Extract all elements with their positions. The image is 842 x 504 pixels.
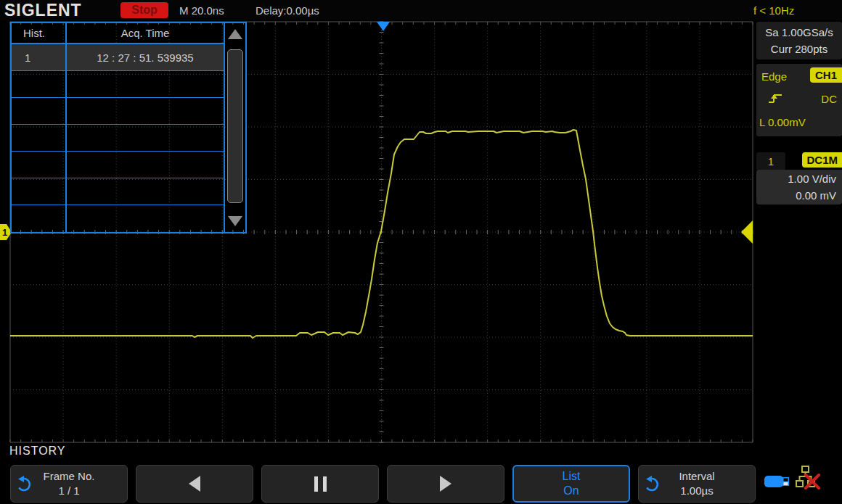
trigger-level-readout: L 0.00mV: [759, 116, 806, 128]
channel-coupling-badge: DC1M: [802, 152, 842, 168]
siglent-logo: SIGLENT: [4, 1, 82, 20]
cell-hist: [12, 71, 67, 97]
play-backward-icon: [189, 476, 200, 492]
list-button-label: List: [563, 469, 581, 484]
history-table-header: Hist. Acq. Time: [12, 23, 224, 44]
delay-readout: Delay:0.00µs: [256, 4, 319, 17]
cell-hist: [12, 178, 67, 205]
frame-number-button[interactable]: Frame No. 1 / 1: [10, 465, 128, 503]
frame-button-label: Frame No.: [44, 469, 95, 484]
oscilloscope-screen: SIGLENT Stop M 20.0ns Delay:0.00µs f < 1…: [0, 0, 842, 504]
channel-offset: 0.00 mV: [756, 187, 836, 204]
column-header-hist: Hist.: [12, 23, 67, 43]
lan-disconnected-icon: [796, 465, 825, 489]
rising-edge-icon: [767, 91, 784, 106]
history-table-row[interactable]: [12, 125, 224, 152]
top-status-bar: SIGLENT Stop M 20.0ns Delay:0.00µs f < 1…: [0, 0, 842, 20]
timebase-readout: M 20.0ns: [179, 4, 224, 17]
cell-hist: [12, 152, 67, 178]
channel1-marker-label: 1: [2, 227, 7, 238]
cell-hist: [12, 125, 67, 151]
pause-icon: [314, 476, 327, 492]
scrollbar-thumb[interactable]: [227, 49, 243, 203]
play-forward-icon: [440, 476, 451, 492]
usb-device-icon: [764, 474, 793, 489]
cell-hist: [12, 205, 67, 232]
rotate-knob-icon: [643, 476, 661, 493]
trigger-position-marker[interactable]: [377, 22, 390, 31]
trigger-info-box[interactable]: Edge CH1 DC L 0.00mV: [756, 64, 842, 136]
history-table-row[interactable]: [12, 71, 224, 98]
run-stop-status[interactable]: Stop: [120, 2, 168, 18]
cell-acq-time: [67, 205, 224, 232]
history-table-row[interactable]: [12, 98, 224, 125]
cell-acq-time: [67, 152, 224, 178]
cell-acq-time: [67, 125, 224, 151]
column-header-acq-time: Acq. Time: [67, 23, 224, 43]
history-table-row[interactable]: [12, 178, 224, 205]
play-forward-button[interactable]: [387, 465, 504, 503]
rotate-knob-icon: [15, 476, 33, 493]
play-backward-button[interactable]: [136, 465, 253, 503]
interval-button[interactable]: Interval 1.00µs: [638, 465, 756, 503]
trigger-type: Edge: [761, 70, 787, 83]
history-table-row[interactable]: [12, 205, 224, 232]
io-status-icons: [764, 464, 825, 492]
scroll-up-icon[interactable]: [228, 29, 242, 39]
pause-button[interactable]: [261, 465, 379, 503]
channel-number-badge: 1: [756, 152, 785, 170]
cell-hist: 1: [12, 44, 67, 70]
scroll-down-icon[interactable]: [228, 216, 242, 226]
sample-rate: Sa 1.00GSa/s: [756, 24, 842, 41]
menu-title: HISTORY: [9, 445, 66, 458]
history-table-row[interactable]: [12, 152, 224, 178]
frequency-counter: f < 10Hz: [753, 4, 794, 17]
history-list-table: Hist. Acq. Time 112 : 27 : 51. 539935: [10, 22, 247, 234]
interval-button-value: 1.00µs: [679, 484, 714, 498]
channel-scale: 1.00 V/div: [756, 170, 836, 187]
interval-button-label: Interval: [679, 469, 714, 484]
acquisition-info-box: Sa 1.00GSa/s Curr 280pts: [756, 22, 842, 59]
table-scrollbar[interactable]: [224, 23, 245, 232]
cell-acq-time: 12 : 27 : 51. 539935: [67, 44, 224, 70]
cell-acq-time: [67, 71, 224, 97]
cell-acq-time: [67, 178, 224, 205]
channel1-info-box[interactable]: 1 DC1M 1.00 V/div 0.00 mV: [756, 152, 842, 205]
memory-points: Curr 280pts: [756, 41, 842, 57]
list-button-state: On: [563, 484, 581, 498]
frame-button-value: 1 / 1: [44, 484, 95, 498]
trigger-source-badge: CH1: [810, 67, 842, 83]
trigger-level-marker[interactable]: [741, 220, 753, 244]
cell-acq-time: [67, 98, 224, 124]
trigger-coupling: DC: [821, 93, 837, 105]
cell-hist: [12, 98, 67, 124]
history-table-row[interactable]: 112 : 27 : 51. 539935: [12, 44, 224, 71]
list-toggle-button[interactable]: List On: [512, 465, 630, 503]
